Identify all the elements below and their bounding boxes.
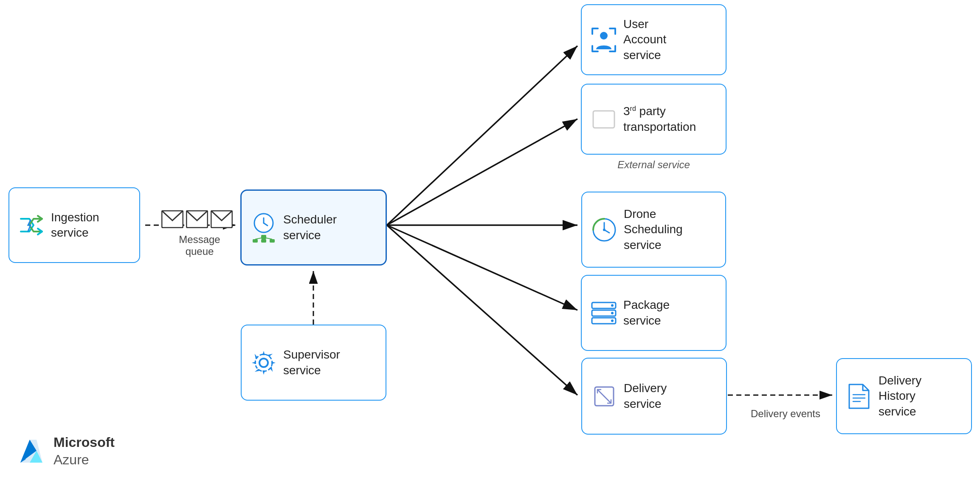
user-account-service-box: User Account service	[581, 4, 727, 75]
drone-scheduling-icon	[591, 216, 618, 243]
third-party-service-box: 3rd party transportation	[581, 84, 727, 155]
svg-line-7	[387, 225, 577, 310]
external-service-caption: External service	[581, 159, 727, 171]
supervisor-service-box: Supervisor service	[241, 325, 386, 401]
package-icon	[590, 300, 617, 327]
drone-scheduling-service-box: Drone Scheduling service	[581, 192, 726, 268]
svg-point-35	[611, 312, 614, 314]
delivery-history-icon	[845, 383, 873, 410]
svg-point-36	[611, 319, 614, 322]
ingestion-service-box: Ingestion service	[8, 187, 140, 263]
third-party-icon	[590, 106, 617, 133]
delivery-service-label: Delivery service	[624, 381, 667, 412]
svg-line-39	[604, 396, 611, 403]
svg-rect-26	[593, 111, 614, 128]
azure-logo-text: Microsoft Azure	[54, 434, 115, 469]
delivery-icon	[591, 383, 618, 410]
third-party-service-label: 3rd party transportation	[623, 104, 696, 135]
svg-point-34	[611, 304, 614, 307]
scheduler-icon	[250, 214, 277, 241]
message-queue-icons	[161, 210, 233, 228]
svg-line-38	[597, 390, 604, 396]
package-service-label: Package service	[623, 297, 670, 328]
svg-point-23	[259, 359, 268, 367]
delivery-history-service-box: Delivery History service	[836, 358, 972, 434]
svg-point-25	[600, 32, 608, 40]
delivery-events-caption: Delivery events	[739, 408, 832, 420]
message-queue-caption: Message queue	[166, 234, 234, 257]
supervisor-service-label: Supervisor service	[283, 347, 340, 378]
svg-line-5	[387, 119, 577, 225]
ingestion-service-label: Ingestion service	[51, 210, 99, 241]
package-service-box: Package service	[581, 275, 727, 351]
drone-scheduling-service-label: Drone Scheduling service	[624, 206, 683, 253]
delivery-service-box: Delivery service	[581, 358, 727, 435]
svg-rect-19	[270, 239, 275, 243]
svg-rect-17	[253, 239, 258, 243]
ingestion-icon	[18, 212, 45, 239]
svg-rect-18	[261, 239, 266, 243]
svg-line-8	[387, 225, 577, 395]
scheduler-service-label: Scheduler service	[283, 212, 337, 243]
user-account-service-label: User Account service	[623, 17, 666, 63]
svg-point-24	[255, 354, 272, 371]
scheduler-service-box: Scheduler service	[240, 189, 387, 266]
svg-point-30	[603, 229, 605, 231]
user-account-icon	[590, 26, 617, 54]
delivery-history-service-label: Delivery History service	[879, 373, 921, 419]
svg-line-4	[387, 46, 577, 225]
supervisor-icon	[250, 349, 277, 376]
azure-logo: Microsoft Azure	[17, 434, 115, 469]
